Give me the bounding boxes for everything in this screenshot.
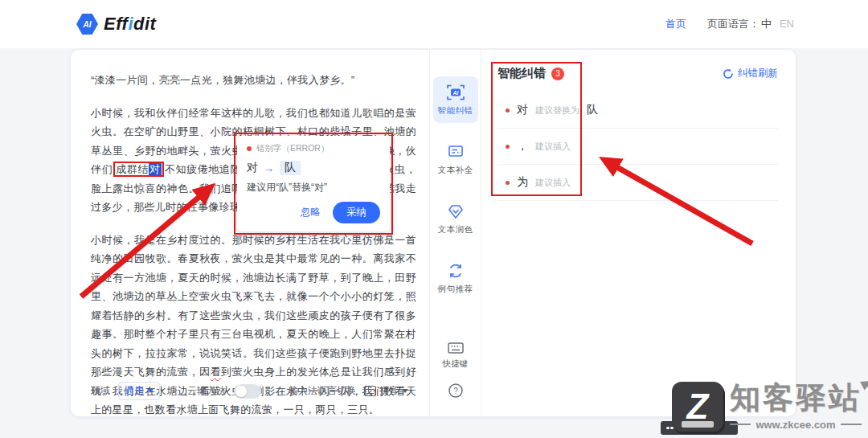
error-char: ，: [517, 139, 528, 154]
domain-select[interactable]: 通用: [118, 382, 160, 400]
popup-from-char: 对: [247, 161, 258, 175]
error-char: 为: [517, 175, 528, 190]
arrow-right-icon: →: [264, 162, 274, 174]
refresh-button[interactable]: 纠错刷新: [723, 67, 778, 80]
sidebar-item-label: 例句推荐: [438, 284, 473, 295]
error-char-squiggle[interactable]: 看: [211, 366, 222, 378]
svg-text:?: ?: [453, 387, 458, 395]
sidebar-item-label: 文本润色: [438, 224, 473, 235]
error-action: 建议替换为: [535, 104, 579, 117]
help-icon: ?: [448, 383, 464, 399]
sidebar-item-sentence-recommend[interactable]: 例句推荐: [433, 255, 478, 301]
correction-popup: 错别字（ERROR） 对 → 队 建议用“队”替换“对” 忽略 采纳: [237, 136, 390, 231]
error-phrase-prefix: 成群结: [116, 163, 149, 175]
error-char: 对: [517, 103, 528, 117]
paragraph-quote: “漆漆一片间，亮亮一点光，独舞池塘边，伴我入梦乡。”: [91, 71, 416, 90]
watermark-site-name: 知客驿站: [730, 382, 862, 415]
editor-toolbar: 领域 通用 云输入法 输入法语言切换 拼音: [91, 382, 408, 400]
refresh-icon: [723, 68, 734, 80]
error-action: 建议插入: [535, 141, 571, 153]
brand-dit: dit: [133, 14, 156, 34]
popup-suggestion-text: 建议用“队”替换“对”: [247, 181, 380, 194]
sidebar-item-label: 快捷键: [443, 358, 469, 370]
main-card: “漆漆一片间，亮亮一点光，独舞池塘边，伴我入梦乡。” 小时候，我和伙伴们经常年这…: [71, 50, 796, 416]
popup-annotation-redbox: 错别字（ERROR） 对 → 队 建议用“队”替换“对” 忽略 采纳: [234, 133, 393, 235]
error-type-label: 错别字（ERROR）: [256, 143, 329, 154]
sentence-recommend-icon: [447, 262, 465, 280]
sidebar-item-text-complete[interactable]: 文本补全: [433, 136, 478, 182]
tool-sidebar: AI 智能纠错 文本补全 文本润色: [430, 50, 481, 416]
error-phrase-redbox[interactable]: 成群结对: [113, 162, 164, 177]
ime-language-select[interactable]: 拼音: [364, 384, 408, 398]
ime-switch-label: 输入法语言切换: [289, 384, 356, 398]
panel-title: 智能纠错: [497, 66, 546, 81]
keyboard-icon: [447, 341, 465, 355]
language-label: 页面语言：: [707, 18, 760, 30]
language-zh[interactable]: 中: [761, 18, 772, 30]
document-text[interactable]: “漆漆一片间，亮亮一点光，独舞池塘边，伴我入梦乡。” 小时候，我和伙伴们经常年这…: [91, 71, 416, 420]
keyboard-icon: [364, 386, 376, 396]
site-watermark: Z 知客驿站 www.zkcee.com: [672, 382, 862, 432]
brand-name: Effidit: [104, 14, 156, 35]
ai-correct-icon: AI: [446, 84, 465, 101]
ime-language-value: 拼音: [379, 384, 399, 398]
error-dot-icon: [506, 145, 510, 149]
cloud-ime-toggle[interactable]: [234, 384, 261, 399]
popup-to-char: 队: [280, 161, 301, 175]
sidebar-item-shortcuts[interactable]: 快捷键: [443, 341, 469, 370]
domain-value: 通用: [125, 384, 144, 398]
text-polish-icon: [447, 203, 465, 220]
error-dot-icon: [506, 181, 510, 185]
accept-button[interactable]: 采纳: [333, 202, 380, 223]
ignore-button[interactable]: 忽略: [301, 206, 321, 219]
refresh-label: 纠错刷新: [738, 67, 778, 80]
correction-item-row[interactable]: ， 建议插入: [497, 129, 778, 165]
text-complete-icon: [447, 143, 465, 161]
effidit-logo[interactable]: AI Effidit: [76, 14, 156, 35]
error-action: 建议插入: [535, 177, 571, 189]
help-button[interactable]: ?: [448, 383, 464, 399]
error-char-highlight[interactable]: 对: [149, 163, 162, 175]
chevron-down-icon: [402, 389, 408, 393]
ai-hexagon-icon: AI: [76, 14, 98, 35]
chevron-down-icon: [147, 389, 154, 393]
error-count-badge: 3: [551, 68, 564, 80]
domain-label: 领域: [91, 384, 110, 398]
correction-item-row[interactable]: 对 建议替换为 队: [497, 92, 778, 129]
quote-line: “漆漆一片间，亮亮一点光，独舞池塘边，伴我入梦乡。”: [91, 74, 354, 86]
correction-item-row[interactable]: 为 建议插入: [497, 165, 778, 201]
sidebar-item-smart-correct[interactable]: AI 智能纠错: [433, 76, 478, 123]
sidebar-item-label: 文本补全: [438, 165, 473, 176]
correction-panel: 智能纠错 3 纠错刷新 对 建议替换为 队 ， 建议插入 为: [481, 50, 796, 416]
language-en[interactable]: EN: [780, 18, 794, 30]
error-dot-icon: [506, 108, 510, 113]
cloud-ime-label: 云输入法: [187, 384, 226, 398]
sidebar-item-text-polish[interactable]: 文本润色: [433, 195, 478, 242]
top-header: AI Effidit 首页 页面语言：中EN: [0, 0, 868, 48]
error-dot-icon: [247, 146, 252, 151]
sidebar-item-label: 智能纠错: [438, 105, 473, 117]
p3-text: 小时候，我是在乡村度过的。那时候的乡村生活在我心里仿佛是一首纯净的田园牧歌。春夏…: [91, 234, 416, 379]
error-replacement: 队: [587, 103, 598, 117]
svg-text:AI: AI: [452, 89, 458, 95]
brand-eff: Eff: [104, 14, 128, 34]
watermark-logo: Z: [672, 382, 723, 432]
nav-home-link[interactable]: 首页: [665, 17, 686, 31]
page-language: 页面语言：中EN: [707, 17, 794, 31]
watermark-logo-letter: Z: [687, 389, 709, 424]
watermark-url: www.zkcee.com: [730, 419, 862, 431]
